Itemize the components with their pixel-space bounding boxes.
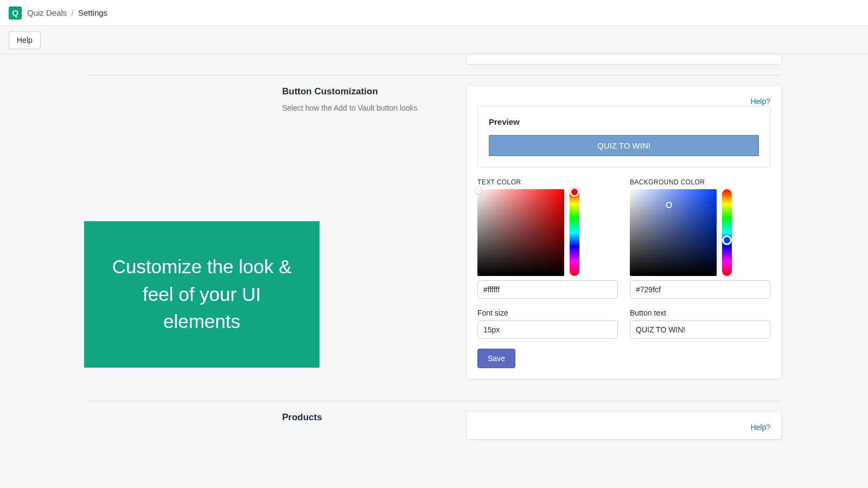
hue-cursor[interactable] [722, 235, 732, 245]
text-color-picker: TEXT COLOR [477, 178, 618, 299]
button-customization-card: Help? Preview QUIZ TO WIN! TEXT COLOR [467, 86, 781, 379]
section-title: Button Customization [282, 86, 456, 97]
preview-box: Preview QUIZ TO WIN! [477, 106, 770, 168]
help-button[interactable]: Help [9, 31, 41, 49]
breadcrumb: Quiz Deals / Settings [27, 8, 107, 17]
preview-label: Preview [489, 117, 759, 126]
breadcrumb-separator: / [72, 8, 74, 17]
save-button[interactable]: Save [477, 349, 515, 368]
breadcrumb-app[interactable]: Quiz Deals [27, 8, 67, 17]
saturation-cursor[interactable] [475, 187, 482, 194]
products-title: Products [282, 412, 456, 423]
text-color-hue[interactable] [570, 189, 579, 276]
bg-color-picker: BACKGROUND COLOR [630, 178, 770, 299]
previous-card-fragment [467, 54, 781, 64]
text-color-input[interactable] [477, 280, 618, 299]
toolbar: Help [0, 26, 868, 54]
help-link[interactable]: Help? [750, 423, 770, 432]
promo-overlay: Customize the look & feel of your UI ele… [84, 221, 320, 368]
products-card: Help? [467, 412, 781, 439]
bg-color-label: BACKGROUND COLOR [630, 178, 770, 186]
button-text-label: Button text [630, 309, 770, 317]
hue-cursor[interactable] [570, 187, 579, 197]
app-icon: Q [9, 7, 22, 20]
text-color-saturation[interactable] [477, 189, 564, 276]
products-section: Products Help? [87, 401, 781, 461]
preview-button: QUIZ TO WIN! [489, 135, 759, 156]
topbar: Q Quiz Deals / Settings [0, 0, 868, 26]
text-color-label: TEXT COLOR [477, 178, 618, 186]
bg-color-saturation[interactable] [630, 189, 717, 276]
font-size-input[interactable] [477, 320, 618, 339]
breadcrumb-current: Settings [78, 8, 107, 17]
bg-color-input[interactable] [630, 280, 770, 299]
content: Button Customization Select how the Add … [0, 54, 868, 483]
section-description: Select how the Add to Vault button looks [282, 104, 456, 112]
help-link[interactable]: Help? [750, 97, 770, 106]
button-text-input[interactable] [630, 320, 770, 339]
bg-color-hue[interactable] [722, 189, 732, 276]
saturation-cursor[interactable] [666, 202, 672, 208]
font-size-label: Font size [477, 309, 618, 317]
